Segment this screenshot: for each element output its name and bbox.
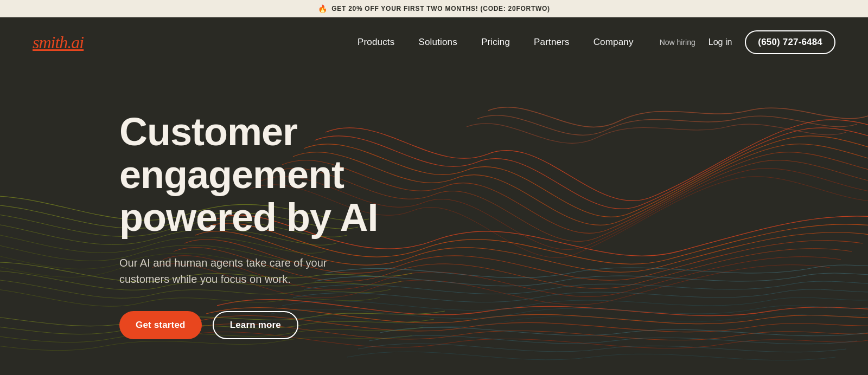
hero-heading: Customer engagement powered by AI (119, 111, 380, 240)
hero-buttons: Get started Learn more (119, 311, 380, 339)
phone-button[interactable]: (650) 727-6484 (745, 30, 835, 54)
nav-item-solutions[interactable]: Solutions (418, 37, 457, 48)
get-started-button[interactable]: Get started (119, 311, 202, 339)
hero-section: Customer engagement powered by AI Our AI… (0, 67, 868, 375)
hero-heading-line3: powered by AI (119, 196, 378, 239)
nav-links: Products Solutions Pricing Partners Comp… (358, 37, 634, 48)
now-hiring-link[interactable]: Now hiring (660, 38, 695, 47)
learn-more-button[interactable]: Learn more (213, 311, 298, 339)
hero-heading-line2: engagement (119, 153, 344, 196)
navbar: smith.ai Products Solutions Pricing Part… (0, 17, 868, 67)
hero-subtext: Our AI and human agents take care of you… (119, 255, 380, 287)
nav-link-company[interactable]: Company (593, 37, 634, 47)
banner-text: GET 20% OFF YOUR FIRST TWO MONTHS! (CODE… (331, 5, 550, 12)
nav-link-pricing[interactable]: Pricing (481, 37, 510, 47)
hero-heading-line1: Customer (119, 110, 297, 153)
nav-item-pricing[interactable]: Pricing (481, 37, 510, 48)
fire-icon: 🔥 (318, 4, 327, 13)
nav-link-solutions[interactable]: Solutions (418, 37, 457, 47)
nav-link-partners[interactable]: Partners (534, 37, 570, 47)
logo[interactable]: smith.ai (33, 33, 84, 53)
nav-item-products[interactable]: Products (358, 37, 394, 48)
promo-banner: 🔥 GET 20% OFF YOUR FIRST TWO MONTHS! (CO… (0, 0, 868, 17)
hero-content: Customer engagement powered by AI Our AI… (119, 111, 380, 339)
nav-right: Now hiring Log in (650) 727-6484 (660, 30, 835, 54)
nav-item-company[interactable]: Company (593, 37, 634, 48)
nav-item-partners[interactable]: Partners (534, 37, 570, 48)
nav-link-products[interactable]: Products (358, 37, 394, 47)
login-link[interactable]: Log in (709, 37, 732, 47)
